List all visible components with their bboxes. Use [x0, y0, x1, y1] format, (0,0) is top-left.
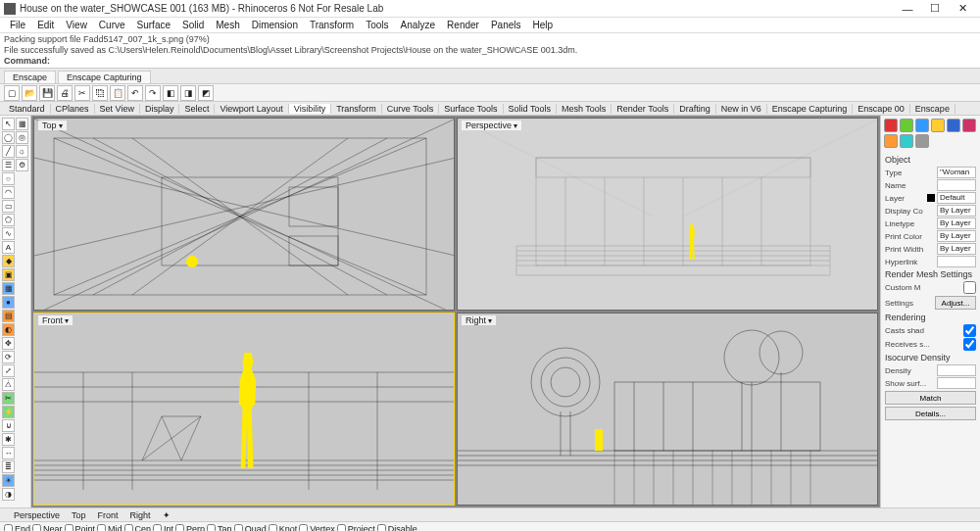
prop-linetype-select[interactable]: By Layer	[937, 217, 976, 229]
tool-polygon-icon[interactable]: ⬠	[2, 214, 15, 226]
vptab-right[interactable]: Right	[124, 510, 157, 520]
tool-dim-icon[interactable]: ↔	[2, 447, 15, 459]
casts-shadow-checkbox[interactable]	[963, 324, 976, 337]
panel-tab-icon[interactable]	[900, 134, 913, 148]
panel-tab-icon[interactable]	[900, 119, 913, 132]
close-button[interactable]: ✕	[949, 1, 976, 17]
tool-save-icon[interactable]: 💾	[39, 85, 55, 101]
viewport-front[interactable]: Front▾	[33, 313, 455, 506]
prop-hyperlink-input[interactable]	[937, 256, 976, 267]
menu-solid[interactable]: Solid	[176, 20, 210, 30]
ttab-curvetools[interactable]: Curve Tools	[382, 104, 439, 114]
tool-grid-icon[interactable]: ▦	[16, 118, 28, 130]
menu-file[interactable]: File	[4, 20, 31, 30]
tool-misc-icon[interactable]: ◎	[16, 131, 28, 144]
ttab-ensccap[interactable]: Enscape Capturing	[767, 104, 854, 114]
tool-cut-icon[interactable]: ✂	[74, 85, 90, 101]
tool-text-icon[interactable]: A	[2, 241, 15, 254]
ttab-ensc00[interactable]: Enscape 00	[853, 104, 910, 114]
tool-misc-icon[interactable]: ⚙	[16, 159, 28, 171]
tool-explode-icon[interactable]: ✱	[2, 433, 15, 446]
vptab-top[interactable]: Top	[66, 510, 92, 520]
vptab-add-icon[interactable]: ✦	[157, 510, 176, 520]
menu-analyze[interactable]: Analyze	[395, 20, 442, 30]
tool-rect-icon[interactable]: ▭	[2, 200, 15, 213]
tool-redo-icon[interactable]: ↷	[145, 85, 161, 101]
menu-view[interactable]: View	[60, 20, 93, 30]
ttab-newv6[interactable]: New in V6	[716, 104, 767, 114]
ttab-setview[interactable]: Set View	[95, 104, 140, 114]
menu-panels[interactable]: Panels	[485, 20, 527, 30]
tool-print-icon[interactable]: 🖨	[57, 85, 73, 101]
tool-circle-icon[interactable]: ○	[2, 172, 15, 185]
tool-misc-icon[interactable]: ◨	[180, 85, 196, 101]
tool-line-icon[interactable]: ╱	[2, 145, 15, 158]
tool-trim-icon[interactable]: ✂	[2, 392, 15, 405]
viewport-top[interactable]: Top▾	[33, 118, 455, 311]
receives-shadow-checkbox[interactable]	[963, 338, 976, 351]
showsurf-input[interactable]	[937, 377, 976, 389]
tool-sphere-icon[interactable]: ●	[2, 296, 15, 309]
tool-copy-icon[interactable]: ⿻	[92, 85, 108, 101]
vptab-front[interactable]: Front	[92, 510, 124, 520]
menu-edit[interactable]: Edit	[31, 20, 60, 30]
menu-render[interactable]: Render	[441, 20, 485, 30]
ttab-enscape[interactable]: Enscape	[910, 104, 956, 114]
panel-tab-icon[interactable]	[884, 134, 898, 148]
menu-surface[interactable]: Surface	[131, 20, 176, 30]
tab-enscape-capturing[interactable]: Enscape Capturing	[58, 71, 151, 83]
adjust-button[interactable]: Adjust...	[935, 296, 976, 310]
tool-curve-icon[interactable]: ∿	[2, 227, 15, 240]
custom-mesh-checkbox[interactable]	[963, 281, 976, 294]
ttab-vplayout[interactable]: Viewport Layout	[215, 104, 288, 114]
match-button[interactable]: Match	[885, 391, 976, 405]
panel-tab-icon[interactable]	[915, 119, 929, 132]
ttab-drafting[interactable]: Drafting	[674, 104, 716, 114]
menu-tools[interactable]: Tools	[360, 20, 394, 30]
tool-render-icon[interactable]: ☀	[2, 474, 15, 487]
tool-surface-icon[interactable]: ◆	[2, 255, 15, 267]
ttab-surfacetools[interactable]: Surface Tools	[439, 104, 503, 114]
ttab-select[interactable]: Select	[179, 104, 215, 114]
chevron-down-icon[interactable]: ▾	[486, 316, 492, 325]
prop-name-input[interactable]	[937, 179, 976, 191]
tool-split-icon[interactable]: ⚡	[2, 406, 15, 418]
panel-tab-icon[interactable]	[947, 119, 960, 132]
tool-join-icon[interactable]: ⊍	[2, 419, 15, 432]
ttab-rendertools[interactable]: Render Tools	[612, 104, 674, 114]
menu-help[interactable]: Help	[527, 20, 560, 30]
prop-printcolor-select[interactable]: By Layer	[937, 230, 976, 242]
tool-polyline-icon[interactable]: ☰	[2, 159, 15, 171]
menu-transform[interactable]: Transform	[304, 20, 360, 30]
viewport-right[interactable]: Right▾	[457, 313, 878, 506]
panel-tab-icon[interactable]	[915, 134, 929, 148]
menu-curve[interactable]: Curve	[93, 20, 131, 30]
tool-move-icon[interactable]: ✥	[2, 337, 15, 350]
tool-undo-icon[interactable]: ↶	[127, 85, 143, 101]
tool-misc-icon[interactable]: ☼	[16, 145, 28, 158]
ttab-meshtools[interactable]: Mesh Tools	[557, 104, 612, 114]
tool-pointer-icon[interactable]: ↖	[2, 118, 15, 130]
tab-enscape[interactable]: Enscape	[4, 71, 56, 83]
panel-tab-icon[interactable]	[962, 119, 976, 132]
menu-mesh[interactable]: Mesh	[210, 20, 245, 30]
tool-solid-icon[interactable]: ▣	[2, 268, 15, 281]
ttab-display[interactable]: Display	[140, 104, 180, 114]
tool-lasso-icon[interactable]: ◯	[2, 131, 15, 144]
minimize-button[interactable]: —	[894, 1, 921, 17]
tool-mirror-icon[interactable]: ⧊	[2, 378, 15, 391]
details-button[interactable]: Details...	[885, 407, 976, 420]
ttab-visibility[interactable]: Visibility	[289, 104, 331, 114]
panel-tab-icon[interactable]	[884, 119, 898, 132]
ttab-solidtools[interactable]: Solid Tools	[504, 104, 557, 114]
tool-layer-icon[interactable]: ≣	[2, 460, 15, 473]
panel-tab-icon[interactable]	[931, 119, 945, 132]
menu-dimension[interactable]: Dimension	[246, 20, 304, 30]
chevron-down-icon[interactable]: ▾	[63, 316, 69, 325]
maximize-button[interactable]: ☐	[921, 1, 949, 17]
ttab-cplanes[interactable]: CPlanes	[51, 104, 95, 114]
tool-arc-icon[interactable]: ◠	[2, 186, 15, 199]
tool-new-icon[interactable]: ▢	[4, 85, 20, 101]
tool-paste-icon[interactable]: 📋	[110, 85, 125, 101]
prop-displaycolor-select[interactable]: By Layer	[937, 205, 976, 217]
